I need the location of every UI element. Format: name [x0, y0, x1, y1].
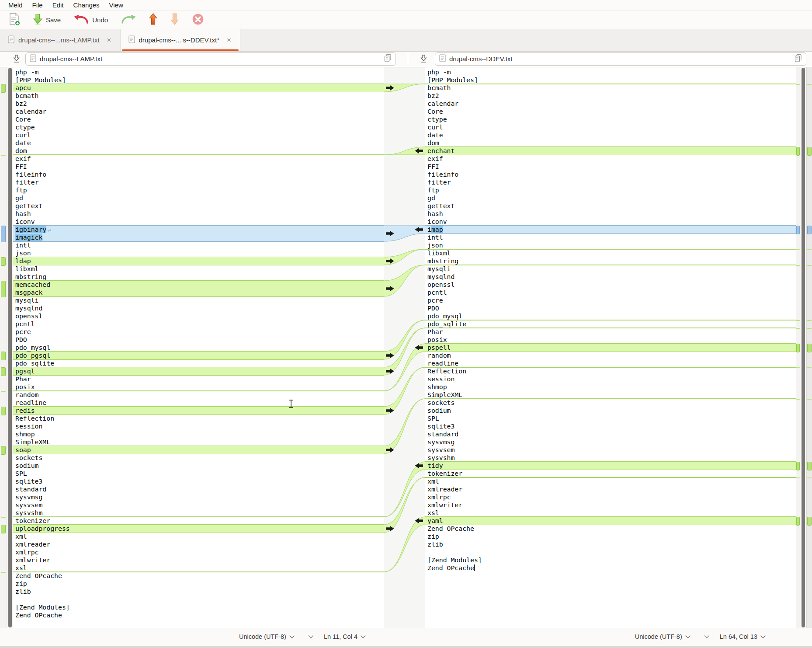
previous-change-button[interactable]	[146, 11, 161, 28]
code-line[interactable]: session	[13, 422, 384, 430]
code-line[interactable]: standard	[425, 430, 796, 438]
code-line[interactable]: zip	[13, 580, 384, 588]
code-line[interactable]: redis	[13, 407, 384, 415]
code-line[interactable]: readline	[425, 359, 796, 367]
code-line[interactable]: pcre	[425, 296, 796, 304]
code-line[interactable]: sysvmsg	[425, 438, 796, 446]
code-line[interactable]: Phar	[425, 328, 796, 336]
code-line[interactable]: gettext	[425, 202, 796, 210]
code-line[interactable]: mysqlnd	[425, 273, 796, 281]
code-line[interactable]: Phar	[13, 375, 384, 383]
code-line[interactable]: PDO	[425, 304, 796, 312]
code-line[interactable]: shmop	[13, 430, 384, 438]
next-change-button[interactable]	[167, 11, 182, 28]
code-line[interactable]: calendar	[425, 100, 796, 108]
code-line[interactable]: ftp	[13, 186, 384, 194]
code-line[interactable]: sockets	[13, 454, 384, 462]
code-line[interactable]: random	[425, 352, 796, 359]
encoding-selector-right[interactable]: Unicode (UTF-8)	[635, 633, 690, 640]
code-line[interactable]: xsl	[425, 509, 796, 517]
code-line[interactable]: exif	[425, 155, 796, 163]
menu-changes[interactable]: Changes	[69, 0, 104, 10]
code-line[interactable]: hash	[13, 210, 384, 218]
code-line[interactable]: bz2	[13, 100, 384, 108]
code-line[interactable]: iconv	[13, 218, 384, 226]
code-line[interactable]: sqlite3	[13, 477, 384, 485]
code-line[interactable]: [PHP Modules]	[13, 76, 384, 84]
code-line[interactable]: pcre	[13, 328, 384, 336]
code-line[interactable]: random	[13, 391, 384, 399]
file-selector-right[interactable]: drupal-cms--DDEV.txt	[435, 52, 806, 66]
code-line[interactable]: filter	[425, 178, 796, 186]
code-line[interactable]: date	[13, 139, 384, 147]
code-line[interactable]: pdo_sqlite	[425, 320, 796, 328]
code-line[interactable]: ftp	[425, 186, 796, 194]
code-line[interactable]: ctype	[425, 115, 796, 123]
code-line[interactable]: msgpack	[13, 289, 384, 296]
code-line[interactable]: xmlrpc	[13, 548, 384, 556]
code-line[interactable]: intl	[425, 233, 796, 241]
code-line[interactable]: Zend OPcache	[425, 564, 796, 572]
undo-button[interactable]: Undo	[70, 12, 111, 28]
tab-close-icon[interactable]: ×	[226, 36, 232, 45]
code-line[interactable]: soap	[13, 446, 384, 454]
stop-button[interactable]	[188, 11, 208, 29]
code-line[interactable]: Core	[425, 108, 796, 115]
menu-file[interactable]: File	[28, 0, 48, 10]
cursor-position-right[interactable]: Ln 64, Col 13	[720, 633, 765, 640]
code-line[interactable]: SimpleXML	[13, 438, 384, 446]
code-line[interactable]: mysqli	[13, 296, 384, 304]
code-line[interactable]: pdo_pgsql	[13, 352, 384, 359]
code-line[interactable]: xmlwriter	[13, 556, 384, 564]
code-line[interactable]: SimpleXML	[425, 391, 796, 399]
code-line[interactable]: xmlwriter	[425, 501, 796, 509]
code-line[interactable]: imagick	[13, 233, 384, 241]
code-line[interactable]: openssl	[425, 281, 796, 289]
code-line[interactable]: bz2	[425, 92, 796, 100]
scrollbar-thumb[interactable]	[8, 68, 12, 627]
code-line[interactable]: json	[13, 249, 384, 257]
code-line[interactable]: libxml	[13, 265, 384, 273]
code-pane-right[interactable]: php -m[PHP Modules]bcmathbz2calendarCore…	[425, 67, 796, 628]
encoding-selector-left[interactable]: Unicode (UTF-8)	[239, 633, 294, 640]
code-line[interactable]: SPL	[13, 470, 384, 477]
code-line[interactable]: session	[425, 375, 796, 383]
file-selector-left[interactable]: drupal-cms--LAMP.txt	[25, 52, 396, 66]
code-line[interactable]: php -m	[13, 68, 384, 76]
code-line[interactable]: sqlite3	[425, 422, 796, 430]
code-line[interactable]: zip	[425, 533, 796, 540]
code-line[interactable]: dom	[13, 147, 384, 155]
code-line[interactable]: ldap	[13, 257, 384, 265]
code-line[interactable]: pdo_mysql	[13, 344, 384, 352]
code-line[interactable]: mbstring	[13, 273, 384, 281]
code-line[interactable]: gd	[425, 194, 796, 202]
code-line[interactable]: tokenizer	[425, 470, 796, 477]
code-line[interactable]: sysvsem	[425, 446, 796, 454]
scrollbar-thumb[interactable]	[802, 68, 805, 627]
code-line[interactable]: xmlreader	[13, 540, 384, 548]
change-marker-strip-right[interactable]	[796, 67, 800, 628]
code-line[interactable]: mbstring	[425, 257, 796, 265]
code-line[interactable]: pdo_sqlite	[13, 359, 384, 367]
code-line[interactable]: gettext	[13, 202, 384, 210]
code-line[interactable]: memcached	[13, 281, 384, 289]
menu-edit[interactable]: Edit	[48, 0, 69, 10]
code-line[interactable]: date	[425, 131, 796, 139]
code-line[interactable]: pcntl	[425, 289, 796, 296]
tab-close-icon[interactable]: ×	[106, 36, 112, 45]
code-line[interactable]: pspell	[425, 344, 796, 352]
code-line[interactable]: php -m	[425, 68, 796, 76]
code-line[interactable]: ctype	[13, 123, 384, 131]
overview-map[interactable]	[806, 67, 812, 628]
code-line[interactable]: pdo_mysql	[425, 312, 796, 320]
code-line[interactable]: shmop	[425, 383, 796, 391]
code-line[interactable]: [PHP Modules]	[425, 76, 796, 84]
code-line[interactable]: mysqlnd	[13, 304, 384, 312]
cursor-position-left[interactable]: Ln 11, Col 4	[324, 633, 365, 640]
code-line[interactable]: sysvsem	[13, 501, 384, 509]
code-line[interactable]: hash	[425, 210, 796, 218]
code-line[interactable]: uploadprogress	[13, 525, 384, 533]
code-line[interactable]: xsl	[13, 564, 384, 572]
menu-view[interactable]: View	[104, 0, 128, 10]
menu-meld[interactable]: Meld	[3, 0, 28, 10]
